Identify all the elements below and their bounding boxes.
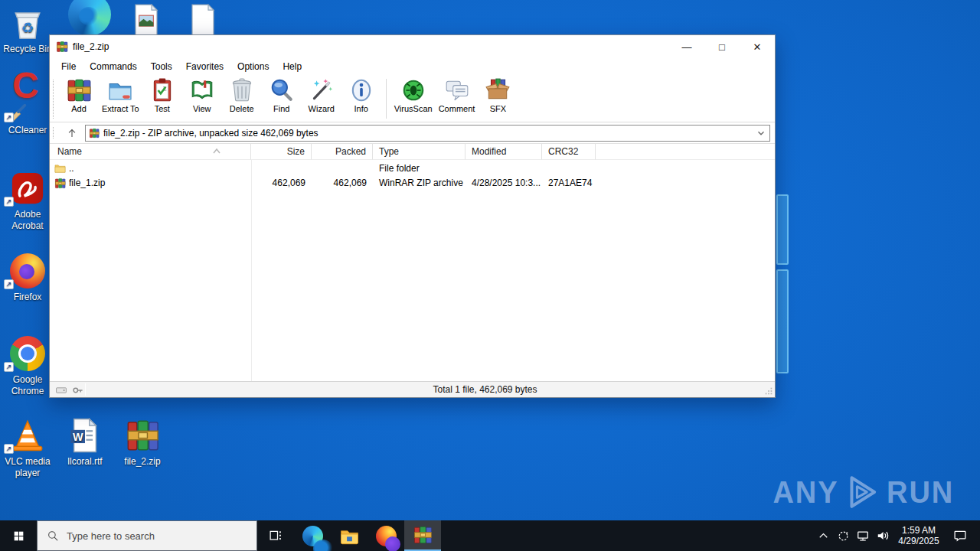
desktop-icon-google-chrome[interactable]: ↗ Google Chrome: [2, 335, 53, 397]
toolbar-virusscan-button[interactable]: VirusScan: [391, 77, 436, 113]
test-clipboard-icon: [149, 77, 175, 103]
shortcut-arrow-icon: ↗: [4, 279, 14, 289]
toolbar-info-button[interactable]: Info: [341, 77, 381, 113]
action-center-button[interactable]: [945, 520, 975, 551]
add-archive-icon: [66, 77, 92, 103]
maximize-button[interactable]: □: [704, 35, 740, 58]
taskbar-firefox-button[interactable]: [368, 520, 404, 551]
taskbar-edge-button[interactable]: [294, 520, 331, 551]
toolbar-extract-button[interactable]: Extract To: [99, 77, 142, 113]
desktop-icon-adobe-acrobat[interactable]: ↗ Adobe Acrobat: [2, 170, 53, 232]
action-center-icon: [952, 528, 968, 543]
menu-help[interactable]: Help: [276, 61, 309, 72]
status-bar: Total 1 file, 462,069 bytes: [50, 381, 775, 397]
firefox-icon: [10, 253, 45, 289]
file-packed: 462,069: [312, 176, 373, 191]
title-bar[interactable]: file_2.zip — □ ✕: [50, 35, 775, 58]
drive-icon[interactable]: [54, 384, 68, 396]
address-bar-row: file_2.zip - ZIP archive, unpacked size …: [50, 122, 775, 144]
find-magnifier-icon: [269, 77, 295, 103]
tray-network-button[interactable]: [853, 520, 873, 551]
statusbar-divider: [85, 383, 86, 396]
status-text: Total 1 file, 462,069 bytes: [195, 382, 775, 398]
shortcut-arrow-icon: ↗: [4, 444, 14, 454]
task-view-button[interactable]: [257, 520, 294, 551]
address-text: file_2.zip - ZIP archive, unpacked size …: [103, 128, 752, 139]
file-list: Name Size Packed Type Modified CRC32 .. …: [50, 144, 775, 381]
virusscan-bug-icon: [400, 77, 426, 103]
desktop-icon-firefox[interactable]: ↗ Firefox: [2, 253, 53, 303]
desktop-icon-llcoral-rtf[interactable]: llcoral.rtf: [60, 417, 110, 468]
desktop-icon-document-file[interactable]: [178, 3, 228, 39]
desktop-icon-vlc[interactable]: ↗ VLC media player: [2, 417, 53, 479]
taskbar-clock[interactable]: 1:59 AM 4/29/2025: [893, 525, 945, 546]
menu-commands[interactable]: Commands: [83, 61, 143, 72]
file-type: WinRAR ZIP archive: [373, 176, 466, 191]
resize-grip[interactable]: [764, 386, 773, 396]
dashed-circle-icon: [836, 529, 851, 543]
column-header-modified[interactable]: Modified: [466, 144, 542, 160]
task-view-icon: [268, 528, 283, 543]
column-header-type[interactable]: Type: [373, 144, 466, 160]
column-header-size[interactable]: Size: [251, 144, 312, 160]
file-explorer-icon: [339, 526, 360, 546]
desktop-icon-file2-zip[interactable]: file_2.zip: [117, 417, 168, 468]
address-combobox[interactable]: file_2.zip - ZIP archive, unpacked size …: [85, 125, 770, 142]
menu-bar: File Commands Tools Favorites Options He…: [50, 58, 775, 75]
up-one-level-button[interactable]: [62, 125, 82, 142]
close-button[interactable]: ✕: [740, 35, 775, 58]
column-header-crc32[interactable]: CRC32: [542, 144, 596, 160]
toolbar-add-button[interactable]: Add: [59, 77, 99, 113]
shortcut-arrow-icon: ↗: [4, 112, 14, 122]
file-crc32: 27A1AE74: [542, 176, 596, 191]
toolbar-delete-button[interactable]: Delete: [222, 77, 262, 113]
desktop-icon-ccleaner[interactable]: C ↗ CCleaner: [2, 86, 53, 136]
column-header-filler: [596, 144, 775, 160]
desktop-icon-edge[interactable]: [64, 0, 115, 37]
menu-tools[interactable]: Tools: [144, 61, 179, 72]
toolbar-sfx-button[interactable]: SFX: [478, 77, 518, 113]
taskbar-winrar-button[interactable]: [404, 520, 441, 551]
firefox-icon: [376, 526, 397, 546]
taskbar: 1:59 AM 4/29/2025: [0, 520, 980, 551]
tray-circle-button[interactable]: [833, 520, 853, 551]
wallpaper-light-streak: [776, 269, 789, 373]
toolbar-view-button[interactable]: View: [182, 77, 222, 113]
taskbar-search[interactable]: [37, 520, 257, 551]
menu-favorites[interactable]: Favorites: [179, 61, 230, 72]
desktop-icon-label: CCleaner: [2, 125, 53, 136]
menu-options[interactable]: Options: [230, 61, 276, 72]
desktop-icon-label: Google Chrome: [2, 374, 53, 397]
clock-time: 1:59 AM: [893, 525, 945, 536]
column-header-packed[interactable]: Packed: [312, 144, 373, 160]
system-tray: 1:59 AM 4/29/2025: [813, 520, 980, 551]
taskbar-explorer-button[interactable]: [331, 520, 368, 551]
winrar-archive-icon: [125, 418, 160, 453]
minimize-button[interactable]: —: [669, 35, 704, 58]
window-title: file_2.zip: [73, 41, 109, 52]
anyrun-watermark: ANY RUN: [773, 473, 954, 511]
table-row-file1-zip[interactable]: file_1.zip 462,069 462,069 WinRAR ZIP ar…: [50, 176, 775, 191]
toolbar-find-button[interactable]: Find: [262, 77, 302, 113]
menu-file[interactable]: File: [54, 61, 83, 72]
desktop-icon-label: Firefox: [2, 292, 53, 303]
chevron-up-icon: [816, 529, 831, 543]
word-document-icon: [67, 418, 103, 453]
toolbar-wizard-button[interactable]: Wizard: [302, 77, 341, 113]
desktop-icon-image-file[interactable]: [121, 3, 172, 39]
winrar-icon: [413, 525, 433, 545]
chrome-icon: [10, 336, 45, 371]
tray-show-hidden-button[interactable]: [813, 520, 833, 551]
start-button[interactable]: [0, 520, 37, 551]
file-name: ..: [69, 161, 74, 176]
toolbar-comment-button[interactable]: Comment: [436, 77, 479, 113]
table-row-parent-dir[interactable]: .. File folder: [50, 161, 775, 176]
key-icon[interactable]: [72, 384, 84, 396]
toolbar-test-button[interactable]: Test: [142, 77, 182, 113]
search-input[interactable]: [67, 530, 247, 542]
desktop-icon-recycle-bin[interactable]: Recycle Bin: [2, 5, 53, 55]
tray-volume-button[interactable]: [873, 520, 893, 551]
desktop-icon-label: Adobe Acrobat: [2, 209, 53, 232]
desktop-icon-label: file_2.zip: [117, 456, 168, 468]
chevron-down-icon[interactable]: [756, 128, 766, 139]
